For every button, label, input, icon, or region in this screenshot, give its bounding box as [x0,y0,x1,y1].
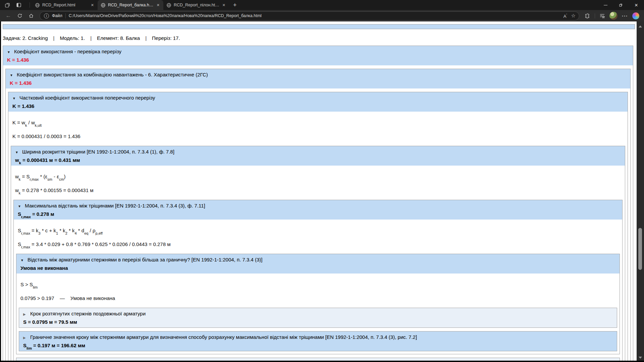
section-value: Умова не виконана [20,265,615,271]
section-title: Частковий коефіцієнт використання попере… [19,95,155,101]
section-value: wk = 0.000431 м = 0.431 мм [15,157,621,163]
window-left-edge [0,21,1,362]
section-tension-bar-step: ▶Крок розтягнутих стержнів поздовжньої а… [19,308,617,328]
tab-close-icon[interactable]: ✕ [222,3,226,7]
meta-separator: | [53,35,55,41]
scroll-down-icon[interactable] [639,357,642,359]
section-limit-bar-spacing: ▶Граничне значення кроку між стержнями а… [19,331,617,351]
read-aloud-icon[interactable]: A⁾ [564,13,567,19]
section-title: Ширина розкриття тріщини [EN 1992-1-1:20… [22,149,174,155]
restore-button[interactable] [613,0,629,10]
section-max-crack-spacing: ▼Максимальна відстань між тріщинами [EN … [13,200,623,362]
expanded-triangle-icon[interactable]: ▼ [20,257,28,263]
new-tab-button[interactable]: + [233,2,237,8]
section-value: Slim = 0.197 м = 196.62 мм [23,343,613,348]
titlebar-separator [30,2,30,8]
minimize-button[interactable] [598,0,613,10]
titlebar-left-icons [0,2,32,8]
tab-label: RCD_Report_балка.html [108,3,154,7]
favorite-star-icon[interactable]: ☆ [571,13,576,19]
extensions-icon[interactable] [585,13,590,19]
collections-icon[interactable] [599,13,605,19]
section-value: S = 0.0795 м = 79.5 мм [23,319,613,325]
section-title: Максимальна відстань між тріщинами [EN 1… [25,203,205,208]
tab-actions-icon[interactable] [15,2,22,8]
meta-separator: | [145,35,147,41]
meta-element: Елемент: 8. Балка [97,35,140,41]
refresh-button[interactable] [15,13,25,18]
copilot-icon[interactable] [632,12,639,19]
tab-rcd-report-pilon[interactable]: RCD_Report_пілон.html ✕ [163,0,229,10]
scroll-up-icon[interactable] [639,25,642,27]
section-value: K = 1.436 [10,80,626,86]
section-crack-width: ▼Ширина розкриття тріщини [EN 1992-1-1:2… [11,146,625,362]
tab-label: RCD_Report.html [42,3,88,7]
formula-numeric: 0.0795 > 0.197 — Умова не виконана [20,295,615,301]
toolbar-right-icons: ··· [583,12,641,20]
formula-symbolic: wk = Sr,max * (εsm - εcm) [15,174,621,179]
address-separator [65,13,66,18]
vertical-scrollbar[interactable] [637,21,644,362]
formula-numeric: K = 0.000431 / 0.0003 = 1.436 [12,133,624,139]
tab-close-icon[interactable]: ✕ [90,3,95,7]
close-icon: ✕ [635,3,638,8]
expanded-triangle-icon[interactable]: ▼ [10,72,17,78]
close-window-button[interactable]: ✕ [629,0,644,10]
browser-titlebar: RCD_Report.html ✕ RCD_Report_балка.html … [0,0,644,10]
home-button[interactable] [26,13,36,18]
clipped-section-bar[interactable] [3,24,635,29]
window-controls: ✕ [598,0,644,10]
section-header-crack-width[interactable]: ▼Ширина розкриття тріщини [EN 1992-1-1:2… [11,146,625,166]
window-bottom-edge [0,361,644,362]
expanded-triangle-icon[interactable]: ▼ [7,49,14,55]
meta-separator: | [90,35,92,41]
section-header-limit-bar-spacing[interactable]: ▶Граничне значення кроку між стержнями а… [19,331,617,351]
formula-numeric: wk = 0.278 * 0.00155 = 0.000431 м [15,187,621,193]
expanded-triangle-icon[interactable]: ▼ [18,203,25,209]
tab-close-icon[interactable]: ✕ [156,3,160,7]
formula-symbolic: K = wk / wk,ult [12,120,624,125]
expanded-triangle-icon[interactable]: ▼ [12,96,19,101]
section-header-max-crack-spacing[interactable]: ▼Максимальна відстань між тріщинами [EN … [14,200,622,220]
section-utilization-check: ▼Коефіцієнт використання - перевірка пер… [3,46,633,362]
formula-numeric: Sr,max = 3.4 * 0.029 + 0.8 * 0.769 * 0.6… [18,241,618,247]
formula-symbolic: S > Slim [20,282,615,287]
section-value: Sr,max = 0.278 м [18,211,618,217]
tab-rcd-report-balka[interactable]: RCD_Report_балка.html ✕ [98,0,163,10]
section-header-tension-bar-step[interactable]: ▶Крок розтягнутих стержнів поздовжньої а… [19,308,617,327]
report-meta-line: Задача: 2. Cracking|Модель: 1.|Елемент: … [3,35,635,41]
url-scheme-label: Файл [52,13,62,18]
section-header-bar-spacing-condition[interactable]: ▼Відстань між арматурними стержнями в пе… [16,254,620,274]
globe-icon [101,3,106,8]
section-partial-utilization: ▼Частковий коефіцієнт використання попер… [8,92,628,362]
section-header-utilization-check[interactable]: ▼Коефіцієнт використання - перевірка пер… [3,46,633,65]
tab-rcd-report[interactable]: RCD_Report.html ✕ [32,0,98,10]
report-content: Задача: 2. Cracking|Модель: 1.|Елемент: … [0,21,635,362]
page-viewport: Задача: 2. Cracking|Модель: 1.|Елемент: … [0,21,644,362]
collapsed-triangle-icon[interactable]: ▶ [23,311,30,317]
section-header-partial-utilization[interactable]: ▼Частковий коефіцієнт використання попер… [8,92,628,112]
address-bar[interactable]: i Файл C:/Users/Marina/OneDrive/Рабочий%… [40,11,579,20]
section-load-combination: ▼Коефіцієнт використання за комбінацією … [5,69,631,362]
page-info-icon[interactable]: i [44,13,49,18]
settings-menu-icon[interactable]: ··· [622,13,628,19]
tab-strip: RCD_Report.html ✕ RCD_Report_балка.html … [32,0,229,10]
formula-symbolic: Sr,max = k3 * c + k1 * k2 * k4 * deq / ρ… [18,228,618,233]
section-header-load-combination[interactable]: ▼Коефіцієнт використання за комбінацією … [6,69,630,88]
toolbar-separator [595,13,595,18]
expanded-triangle-icon[interactable]: ▼ [15,149,22,155]
meta-section: Переріз: 17. [152,35,180,41]
section-title: Крок розтягнутих стержнів поздовжньої ар… [30,311,146,316]
collapsed-triangle-icon[interactable]: ▶ [23,335,30,341]
section-title: Граничне значення кроку між стержнями ар… [30,334,417,340]
globe-icon [166,3,171,8]
workspaces-icon[interactable] [4,2,11,8]
scroll-thumb[interactable] [638,228,642,270]
meta-task: Задача: 2. Cracking [3,35,48,41]
url-text[interactable]: C:/Users/Marina/OneDrive/Рабочий%20стол/… [69,13,560,18]
globe-icon [35,3,40,8]
back-button[interactable]: ← [3,12,13,19]
meta-model: Модель: 1. [60,35,85,41]
section-value: K = 1.436 [12,103,624,109]
profile-avatar[interactable] [609,12,618,20]
